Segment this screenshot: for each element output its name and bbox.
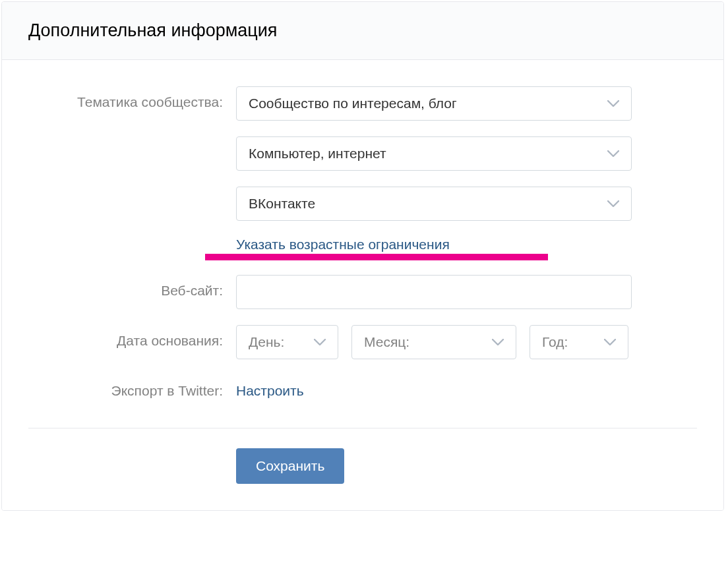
age-restriction-link-wrap: Указать возрастные ограничения (236, 237, 632, 259)
website-input[interactable] (236, 275, 632, 309)
chevron-down-icon (607, 150, 619, 157)
chevron-down-icon (607, 100, 619, 107)
founding-date-control-col: День: Месяц: Год: (236, 325, 632, 359)
twitter-control-col: Настроить (236, 375, 632, 412)
additional-info-panel: Дополнительная информация Тематика сообщ… (1, 1, 724, 511)
save-button[interactable]: Сохранить (236, 448, 344, 484)
button-row: Сохранить (28, 448, 697, 504)
website-row: Веб-сайт: (28, 275, 697, 309)
topic-select-2-value: Компьютер, интернет (249, 146, 386, 162)
topic-select-3-value: ВКонтакте (249, 196, 315, 212)
chevron-down-icon (604, 339, 616, 345)
founding-date-row: Дата основания: День: Месяц: (28, 325, 697, 359)
website-label: Веб-сайт: (28, 275, 236, 299)
founding-date-label: Дата основания: (28, 325, 236, 349)
day-placeholder: День: (249, 334, 284, 350)
date-group: День: Месяц: Год: (236, 325, 632, 359)
month-placeholder: Месяц: (364, 334, 410, 350)
chevron-down-icon (492, 339, 504, 345)
panel-title: Дополнительная информация (28, 20, 697, 41)
topic-row: Тематика сообщества: Сообщество по интер… (28, 86, 697, 259)
twitter-label: Экспорт в Twitter: (28, 375, 236, 399)
twitter-row: Экспорт в Twitter: Настроить (28, 375, 697, 412)
age-restriction-link[interactable]: Указать возрастные ограничения (236, 237, 450, 252)
panel-header: Дополнительная информация (2, 2, 723, 60)
topic-select-3[interactable]: ВКонтакте (236, 187, 632, 221)
year-select[interactable]: Год: (530, 325, 628, 359)
panel-body: Тематика сообщества: Сообщество по интер… (2, 60, 723, 510)
chevron-down-icon (607, 200, 619, 207)
website-control-col (236, 275, 632, 309)
topic-select-2[interactable]: Компьютер, интернет (236, 136, 632, 171)
twitter-configure-link[interactable]: Настроить (236, 383, 632, 399)
divider (28, 428, 697, 428)
topic-select-1[interactable]: Сообщество по интересам, блог (236, 86, 632, 121)
topic-select-1-value: Сообщество по интересам, блог (249, 96, 457, 111)
month-select[interactable]: Месяц: (351, 325, 516, 359)
topic-label: Тематика сообщества: (28, 86, 236, 110)
topic-selects-column: Сообщество по интересам, блог Компьютер,… (236, 86, 632, 259)
highlight-underline (205, 254, 548, 260)
day-select[interactable]: День: (236, 325, 338, 359)
year-placeholder: Год: (542, 334, 568, 350)
chevron-down-icon (314, 339, 326, 345)
